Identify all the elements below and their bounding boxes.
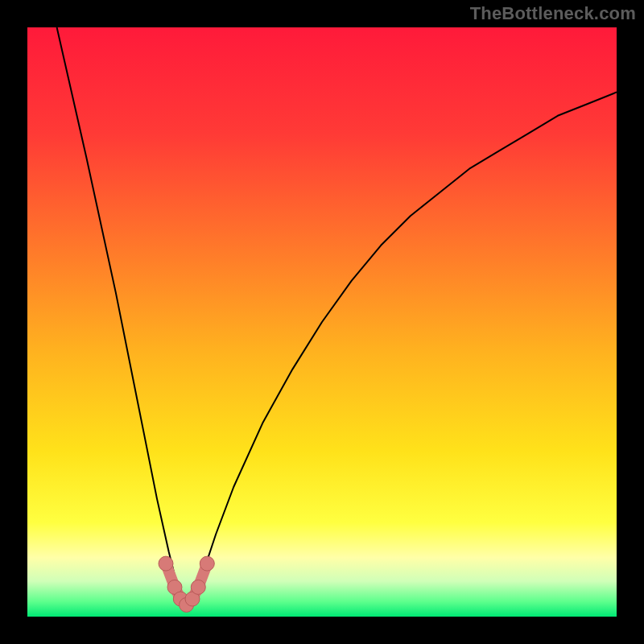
marker-dot bbox=[200, 556, 214, 571]
marker-dot bbox=[159, 556, 173, 571]
watermark-label: TheBottleneck.com bbox=[470, 3, 636, 24]
plot-area bbox=[27, 27, 617, 617]
chart-frame: TheBottleneck.com bbox=[0, 0, 644, 644]
bottleneck-chart bbox=[27, 27, 617, 617]
marker-dot bbox=[191, 580, 205, 594]
